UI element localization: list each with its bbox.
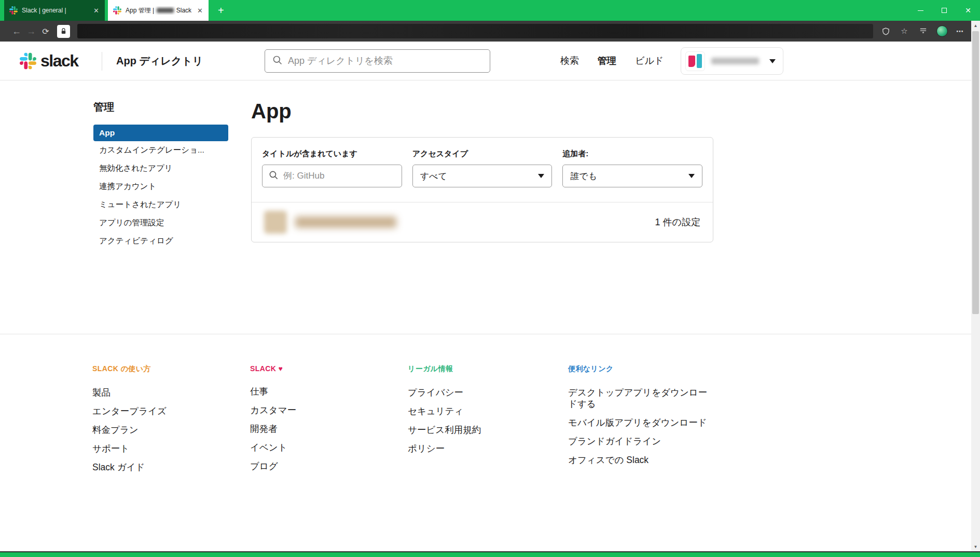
title-filter-input-wrap <box>262 165 402 187</box>
nav-manage[interactable]: 管理 <box>598 55 616 67</box>
lock-icon[interactable] <box>57 25 70 38</box>
chevron-down-icon <box>688 174 695 178</box>
footer-heading: SLACK の使い方 <box>92 364 227 374</box>
nav-search[interactable]: 検索 <box>560 55 579 67</box>
footer-heading: リーガル情報 <box>408 364 553 374</box>
directory-search-input[interactable] <box>288 56 482 66</box>
slack-logo[interactable]: slack <box>20 51 78 71</box>
added-by-label: 追加者: <box>562 149 702 159</box>
chevron-down-icon <box>769 59 776 63</box>
page-scrollbar[interactable]: ▲ ▼ <box>971 21 980 551</box>
footer-link-brand-guidelines[interactable]: ブランドガイドライン <box>568 436 711 447</box>
sidebar-heading: 管理 <box>93 100 228 114</box>
search-icon <box>269 170 279 182</box>
access-type-label: アクセスタイプ <box>412 149 553 159</box>
footer-link-jobs[interactable]: 仕事 <box>250 386 385 398</box>
footer-link-developers[interactable]: 開発者 <box>250 424 385 435</box>
footer-link-support[interactable]: サポート <box>92 443 227 455</box>
title-filter-field: タイトルが含まれています <box>262 149 402 187</box>
nav-build[interactable]: ビルド <box>635 55 664 67</box>
footer-link-blog[interactable]: ブログ <box>250 461 385 472</box>
close-window-button[interactable]: ✕ <box>956 0 980 21</box>
site-footer: SLACK の使い方 製品 エンタープライズ 料金プラン サポート Slack … <box>0 334 971 551</box>
access-type-field: アクセスタイプ すべて <box>412 149 553 187</box>
directory-search <box>265 49 490 73</box>
scrollbar-up-icon[interactable]: ▲ <box>971 21 980 30</box>
sidebar-item-custom-integrations[interactable]: カスタムインテグレーショ... <box>93 141 228 159</box>
sidebar-item-activity-log[interactable]: アクティビティログ <box>93 232 228 250</box>
blurred-workspace-name <box>711 58 759 64</box>
filter-row: タイトルが含まれています アクセスタイプ すべて <box>252 138 713 202</box>
sidebar-item-disabled-apps[interactable]: 無効化されたアプリ <box>93 159 228 178</box>
page-content: slack App ディレクトリ 検索 管理 ビルド <box>0 42 971 551</box>
slack-favicon-icon <box>9 6 18 15</box>
footer-link-products[interactable]: 製品 <box>92 387 227 399</box>
tab-strip: Slack | general | ✕ <box>0 0 212 21</box>
maximize-button[interactable] <box>932 0 956 21</box>
app-config-count: 1 件の設定 <box>655 216 700 228</box>
minimize-button[interactable] <box>908 0 932 21</box>
scrollbar-down-icon[interactable]: ▼ <box>971 542 980 551</box>
footer-column-legal: リーガル情報 プライバシー セキュリティ サービス利用規約 ポリシー <box>408 364 553 462</box>
footer-link-download-mobile[interactable]: モバイル版アプリをダウンロード <box>568 417 711 429</box>
refresh-icon[interactable]: ⟳ <box>38 26 53 36</box>
footer-link-events[interactable]: イベント <box>250 442 385 454</box>
tab-app-admin[interactable]: App 管理 | Slack ✕ <box>108 0 209 21</box>
workspace-selector[interactable] <box>681 47 783 75</box>
added-by-field: 追加者: 誰でも <box>562 149 702 187</box>
title-filter-label: タイトルが含まれています <box>262 149 402 159</box>
slack-wordmark: slack <box>40 51 78 71</box>
tracking-prevention-icon[interactable] <box>880 26 891 36</box>
header-nav: 検索 管理 ビルド <box>560 55 664 67</box>
footer-link-policy[interactable]: ポリシー <box>408 443 553 455</box>
footer-heading: 便利なリンク <box>568 364 711 374</box>
favorites-star-icon[interactable]: ☆ <box>899 26 909 36</box>
footer-link-slack-guide[interactable]: Slack ガイド <box>92 462 227 473</box>
bottom-green-strip <box>0 551 980 557</box>
sidebar-item-connected-accounts[interactable]: 連携アカウント <box>93 178 228 196</box>
blurred-app-icon <box>264 211 287 234</box>
slack-favicon-icon <box>113 6 121 15</box>
sidebar-item-app[interactable]: App <box>93 125 228 141</box>
back-icon[interactable]: ← <box>9 26 24 37</box>
tab-close-icon[interactable]: ✕ <box>92 7 101 15</box>
header-divider <box>102 52 102 71</box>
site-header: slack App ディレクトリ 検索 管理 ビルド <box>0 42 971 80</box>
footer-link-privacy[interactable]: プライバシー <box>408 387 553 399</box>
footer-link-enterprise[interactable]: エンタープライズ <box>92 406 227 417</box>
app-result-row[interactable]: 1 件の設定 <box>252 202 713 242</box>
tab-title: App 管理 | Slack <box>126 6 191 15</box>
window-controls: ✕ <box>908 0 980 21</box>
toolbar-right-icons: ☆ ⋯ <box>880 25 964 37</box>
footer-link-pricing[interactable]: 料金プラン <box>92 425 227 436</box>
slack-logo-icon <box>20 52 36 69</box>
collections-icon[interactable] <box>918 26 928 36</box>
page-title: App ディレクトリ <box>116 54 203 68</box>
new-tab-button[interactable]: + <box>212 0 230 21</box>
scrollbar-thumb[interactable] <box>972 31 979 314</box>
browser-window: Slack | general | ✕ <box>0 0 980 557</box>
tab-close-icon[interactable]: ✕ <box>196 7 204 15</box>
sidebar-item-app-management-settings[interactable]: アプリの管理設定 <box>93 214 228 232</box>
profile-avatar[interactable] <box>936 25 948 37</box>
admin-sidebar: 管理 App カスタムインテグレーショ... 無効化されたアプリ 連携アカウント… <box>93 100 228 250</box>
address-bar-blurred[interactable] <box>77 24 873 38</box>
search-icon <box>272 55 283 67</box>
browser-menu-icon[interactable]: ⋯ <box>956 27 964 35</box>
footer-link-download-desktop[interactable]: デスクトップアプリをダウンロードする <box>568 387 711 410</box>
tab-title: Slack | general | <box>22 7 88 14</box>
tab-slack-general[interactable]: Slack | general | ✕ <box>4 0 105 21</box>
footer-column-how-to-use: SLACK の使い方 製品 エンタープライズ 料金プラン サポート Slack … <box>92 364 227 480</box>
added-by-select[interactable]: 誰でも <box>562 165 702 187</box>
browser-titlebar: Slack | general | ✕ <box>0 0 980 21</box>
browser-toolbar: ← → ⟳ ☆ ⋯ <box>0 21 971 42</box>
title-filter-input[interactable] <box>283 171 395 181</box>
footer-link-customers[interactable]: カスタマー <box>250 405 385 416</box>
footer-link-terms[interactable]: サービス利用規約 <box>408 425 553 436</box>
workspace-icon <box>685 51 705 71</box>
footer-link-security[interactable]: セキュリティ <box>408 406 553 417</box>
sidebar-item-muted-apps[interactable]: ミュートされたアプリ <box>93 196 228 214</box>
access-type-select[interactable]: すべて <box>412 165 553 187</box>
forward-icon[interactable]: → <box>24 26 38 37</box>
footer-link-slack-at-office[interactable]: オフィスでの Slack <box>568 455 711 466</box>
